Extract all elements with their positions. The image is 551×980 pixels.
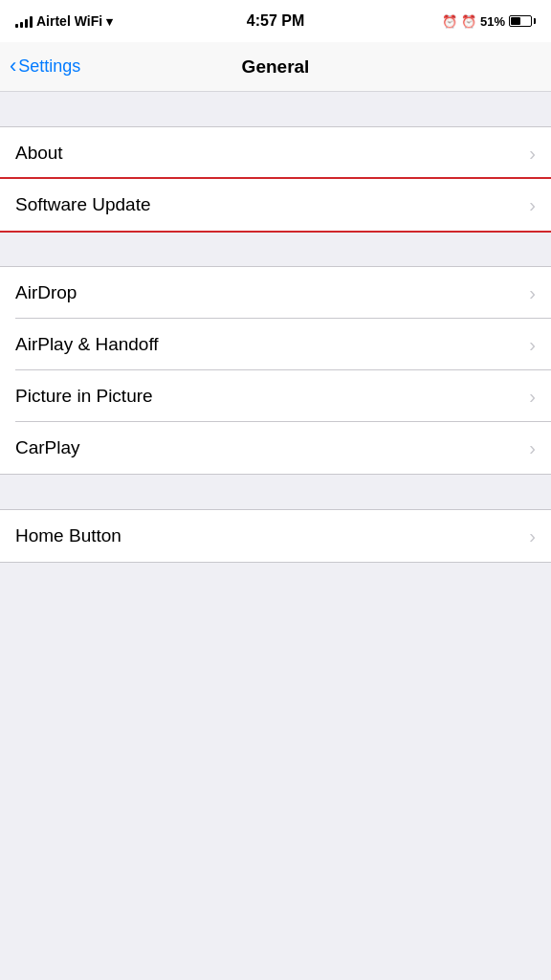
status-left: Airtel WiFi ▾ [15,13,113,29]
picture-in-picture-chevron-icon: › [529,386,536,408]
carplay-label: CarPlay [15,437,80,458]
picture-in-picture-label: Picture in Picture [15,386,153,407]
section-spacer-1 [0,92,551,126]
back-chevron-icon: ‹ [10,56,16,77]
wifi-icon: ▾ [106,14,113,29]
home-button-label: Home Button [15,525,121,546]
home-button-row[interactable]: Home Button › [0,510,551,562]
clock-icon: ⏰ [461,14,476,29]
alarm-icon: ⏰ [442,14,457,29]
picture-in-picture-row[interactable]: Picture in Picture › [0,370,551,422]
airdrop-label: AirDrop [15,282,77,303]
settings-group-3: Home Button › [0,509,551,563]
carplay-row[interactable]: CarPlay › [0,422,551,474]
airdrop-row[interactable]: AirDrop › [0,267,551,319]
airdrop-chevron-icon: › [529,282,536,304]
airplay-handoff-row[interactable]: AirPlay & Handoff › [0,319,551,370]
software-update-label: Software Update [15,194,151,215]
signal-icon [15,14,33,28]
nav-bar: ‹ Settings General [0,42,551,92]
about-chevron-icon: › [529,143,536,165]
about-label: About [15,143,63,164]
battery-icon [509,15,536,27]
software-update-chevron-icon: › [529,194,536,216]
status-right: ⏰ ⏰ 51% [442,14,536,29]
back-button[interactable]: ‹ Settings [10,56,80,77]
back-label: Settings [18,56,80,77]
airplay-handoff-label: AirPlay & Handoff [15,334,159,355]
airplay-handoff-chevron-icon: › [529,334,536,356]
section-spacer-3 [0,475,551,509]
settings-group-2: AirDrop › AirPlay & Handoff › Picture in… [0,266,551,475]
about-row[interactable]: About › [0,127,551,179]
battery-percent: 51% [480,14,505,29]
settings-group-1: About › Software Update › [0,126,551,232]
status-time: 4:57 PM [247,12,304,30]
software-update-row[interactable]: Software Update › [0,179,551,231]
carrier-label: Airtel WiFi [36,13,102,29]
section-spacer-2 [0,232,551,266]
carplay-chevron-icon: › [529,437,536,459]
status-bar: Airtel WiFi ▾ 4:57 PM ⏰ ⏰ 51% [0,0,551,42]
bottom-spacer [0,563,551,658]
page-title: General [242,56,310,78]
home-button-chevron-icon: › [529,525,536,547]
